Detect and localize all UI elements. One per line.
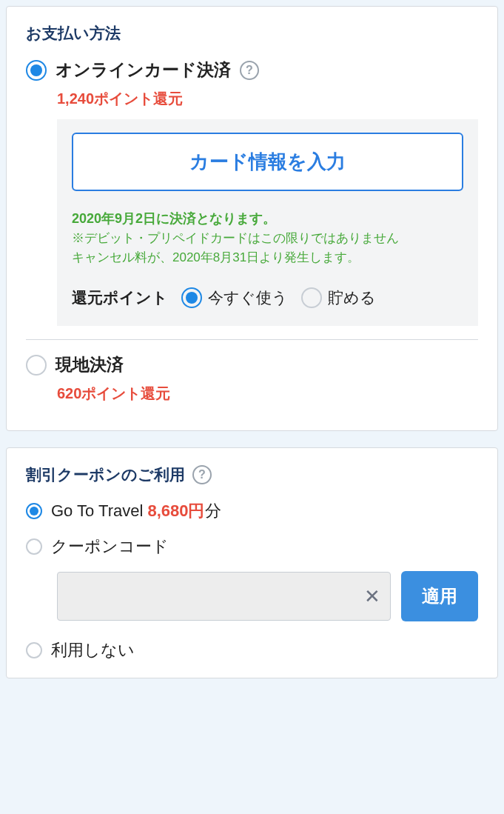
help-icon[interactable]: ? <box>192 465 212 484</box>
payment-option-online-label: オンラインカード決済 <box>56 59 231 81</box>
coupon-code-input-row: ✕ 適用 <box>57 571 478 621</box>
radio-icon <box>26 503 42 519</box>
coupon-option-code[interactable]: クーポンコード <box>26 536 478 558</box>
points-option-use-now-label: 今すぐ使う <box>208 287 288 308</box>
coupon-code-input[interactable] <box>57 572 391 621</box>
onsite-points-reward: 620ポイント還元 <box>57 384 478 404</box>
points-option-use-now[interactable]: 今すぐ使う <box>181 287 288 308</box>
goto-prefix: Go To Travel <box>51 501 147 520</box>
payment-option-onsite-label: 現地決済 <box>56 353 124 376</box>
settlement-date-info: 2020年9月2日に決済となります。 <box>72 209 463 229</box>
coupon-none-label: 利用しない <box>51 639 135 661</box>
debit-note: ※デビット・プリペイドカードはこの限りではありません <box>72 231 399 245</box>
coupon-input-wrap: ✕ <box>57 572 391 621</box>
radio-icon <box>301 287 322 308</box>
coupon-section-title: 割引クーポンのご利用 <box>26 464 185 485</box>
online-payment-details: カード情報を入力 2020年9月2日に決済となります。 ※デビット・プリペイドカ… <box>57 119 478 326</box>
settlement-sub-info: ※デビット・プリペイドカードはこの限りではありません キャンセル料が、2020年… <box>72 229 463 267</box>
points-use-label: 還元ポイント <box>72 287 168 308</box>
coupon-option-none[interactable]: 利用しない <box>26 639 478 661</box>
help-icon[interactable]: ? <box>240 61 259 80</box>
payment-option-online[interactable]: オンラインカード決済 ? <box>26 59 478 81</box>
coupon-section: 割引クーポンのご利用 ? Go To Travel 8,680円分 クーポンコー… <box>6 447 498 678</box>
coupon-option-goto[interactable]: Go To Travel 8,680円分 <box>26 500 478 522</box>
clear-icon[interactable]: ✕ <box>364 585 380 608</box>
divider <box>26 339 478 340</box>
points-option-save[interactable]: 貯める <box>301 287 376 308</box>
apply-coupon-button[interactable]: 適用 <box>401 571 478 621</box>
radio-icon <box>181 287 202 308</box>
goto-amount: 8,680円 <box>147 501 204 520</box>
payment-option-onsite[interactable]: 現地決済 <box>26 353 478 376</box>
radio-icon <box>26 355 47 376</box>
radio-icon <box>26 642 42 658</box>
cancel-fee-note: キャンセル料が、2020年8月31日より発生します。 <box>72 250 360 264</box>
online-points-reward: 1,240ポイント還元 <box>57 89 478 109</box>
enter-card-info-button[interactable]: カード情報を入力 <box>72 133 463 191</box>
coupon-goto-label: Go To Travel 8,680円分 <box>51 500 221 522</box>
payment-method-title: お支払い方法 <box>26 23 478 44</box>
radio-icon <box>26 60 47 81</box>
points-option-save-label: 貯める <box>328 287 376 308</box>
coupon-code-label: クーポンコード <box>51 536 169 558</box>
payment-method-section: お支払い方法 オンラインカード決済 ? 1,240ポイント還元 カード情報を入力… <box>6 6 498 431</box>
radio-icon <box>26 538 42 555</box>
goto-suffix: 分 <box>205 501 221 520</box>
coupon-section-title-row: 割引クーポンのご利用 ? <box>26 464 478 485</box>
points-use-row: 還元ポイント 今すぐ使う 貯める <box>72 287 463 308</box>
